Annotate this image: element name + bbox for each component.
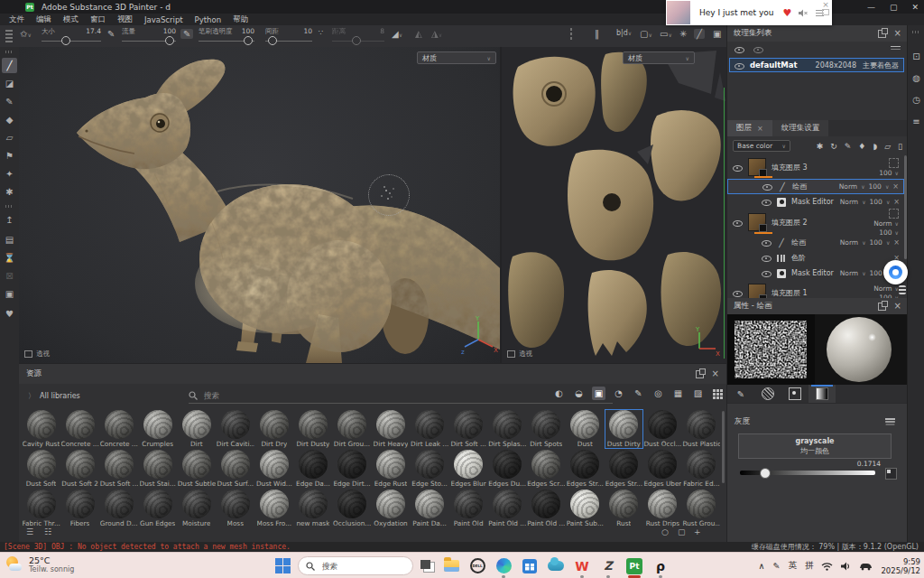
new-page-icon[interactable]: ▢ xyxy=(678,527,686,536)
add-effect-icon[interactable]: ✱ xyxy=(817,142,824,151)
layer-row-fill[interactable]: 填充图层 2 Norm∨ 100∨ xyxy=(727,210,904,235)
export-icon[interactable]: ↥ xyxy=(2,212,17,228)
projection-tool[interactable]: ✎ xyxy=(2,94,17,109)
ime-language[interactable]: 英 xyxy=(788,560,797,572)
smudge-tool[interactable]: ▱ xyxy=(2,130,17,145)
asset-item[interactable]: Edges Blur xyxy=(449,449,488,489)
tab-layers[interactable]: 图层× xyxy=(727,120,772,136)
asset-item[interactable]: Dirt Soft ... xyxy=(449,409,488,449)
shader-settings-icon[interactable]: ◍ xyxy=(910,72,922,84)
asset-item[interactable]: Moss xyxy=(216,489,254,528)
tab-texture-set-settings[interactable]: 纹理集设置 xyxy=(772,120,829,136)
material-mode-dropdown-3d[interactable]: 材质∨ xyxy=(417,51,496,64)
viewport-3d[interactable]: 材质∨ 透视 Y X z xyxy=(19,47,500,363)
refresh-icon[interactable]: ○ xyxy=(661,527,669,536)
brush-size-slider[interactable]: 大小17.4 xyxy=(42,27,101,45)
color-picker-icon[interactable] xyxy=(885,468,897,480)
media-notification[interactable]: Hey I just met you ♥ × xyxy=(666,0,832,25)
pause-engine-icon[interactable]: ‖ xyxy=(595,29,600,39)
taskbar-app-store[interactable] xyxy=(521,555,539,578)
asset-item[interactable]: Edges Du... xyxy=(488,449,527,489)
filter-brushes-icon[interactable]: ✎ xyxy=(632,387,645,400)
visibility-icon[interactable] xyxy=(762,254,772,262)
hidden-icons-chevron[interactable]: ∧ xyxy=(758,561,764,571)
visibility-icon[interactable] xyxy=(733,163,743,172)
layer-row-paint[interactable]: ╱ 绘画 Norm∨ 100∨ × xyxy=(727,235,904,250)
particle-tool[interactable]: ✱ xyxy=(2,184,17,200)
uv-islands[interactable] xyxy=(502,47,726,363)
material-sphere-preview[interactable] xyxy=(827,317,892,382)
layer-row-paint-selected[interactable]: ╱ 绘画 Norm∨ 100∨ × xyxy=(727,179,904,194)
asset-item[interactable]: Dust Soft 2 xyxy=(60,449,99,489)
mask-slot-icon[interactable] xyxy=(889,158,899,168)
taskbar-app-edge[interactable] xyxy=(494,555,513,578)
slider-knob[interactable] xyxy=(760,468,771,479)
minimize-button[interactable]: — xyxy=(867,3,875,12)
shelf-scrollbar[interactable] xyxy=(722,411,725,483)
filter-environments-icon[interactable]: ▨ xyxy=(691,387,705,400)
dinosaur-model[interactable] xyxy=(19,47,500,363)
no-selection-icon[interactable] xyxy=(570,29,572,39)
asset-item[interactable]: Rust Grou... xyxy=(682,489,721,528)
taskbar-app-file-explorer[interactable] xyxy=(442,555,460,578)
menu-item[interactable]: 编辑 xyxy=(36,14,51,25)
add-smart-material-icon[interactable]: ↻ xyxy=(830,142,837,151)
menu-item[interactable]: 模式 xyxy=(63,14,79,25)
asset-item[interactable]: Fibers xyxy=(60,489,99,528)
sort-filter-icon[interactable] xyxy=(891,45,901,53)
close-icon[interactable]: × xyxy=(894,29,901,38)
visibility-icon[interactable] xyxy=(762,269,772,277)
solo-icon[interactable] xyxy=(753,45,763,53)
pen-icon[interactable]: ✎ xyxy=(772,561,780,571)
material-picker-tool[interactable]: ✦ xyxy=(2,166,17,182)
mute-icon[interactable] xyxy=(799,9,808,17)
library-selector[interactable]: 〉All libraries xyxy=(28,391,80,401)
asset-item[interactable]: Dirt Splas... xyxy=(488,409,527,449)
asset-item[interactable]: Dirt xyxy=(177,409,216,449)
pen-pressure-icon[interactable]: ✎ xyxy=(107,29,115,39)
layer-row-mask[interactable]: Mask Editor Norm∨ 100∨ × xyxy=(727,194,904,210)
close-icon[interactable]: × xyxy=(822,1,829,8)
delete-layer-icon[interactable]: ▯ xyxy=(898,142,902,151)
remove-effect-ic[interactable]: × xyxy=(892,182,899,191)
menu-item[interactable]: Python xyxy=(195,15,221,24)
layer-row-fill[interactable]: 填充图层 3 100∨ xyxy=(727,155,904,179)
asset-item[interactable]: Fabric Ed... xyxy=(682,449,721,489)
mask-slot-icon[interactable] xyxy=(889,209,899,219)
layer-thumbnail[interactable] xyxy=(748,213,766,231)
opacity[interactable]: 100 xyxy=(869,182,882,191)
asset-item[interactable]: Dust Soft xyxy=(22,449,60,489)
asset-item[interactable]: Dirt Leak ... xyxy=(411,409,449,449)
bake-textures-icon[interactable]: ▤ xyxy=(2,232,17,247)
asset-item[interactable]: Edge Rust xyxy=(372,449,411,489)
clone-tool[interactable]: ⚑ xyxy=(2,148,17,163)
strip-drag-handle[interactable] xyxy=(912,31,920,33)
bubble-grip[interactable] xyxy=(899,285,906,294)
filter-procedurals-icon[interactable]: ▦ xyxy=(671,387,685,400)
list-view-icon[interactable]: ☰ xyxy=(26,527,33,536)
start-button[interactable] xyxy=(275,558,291,573)
add-smart-mask-icon[interactable]: ◗ xyxy=(873,142,877,151)
asset-item[interactable]: Occlusion... xyxy=(332,489,371,528)
viewport-2d[interactable]: 材质∨ 透视 Y X xyxy=(502,47,726,363)
taskbar-app-rho[interactable]: ρ xyxy=(651,555,670,578)
visibility-icon[interactable] xyxy=(762,182,772,191)
task-view-button[interactable] xyxy=(420,560,435,573)
asset-item[interactable]: Moss Fro... xyxy=(254,489,293,528)
sidebar-drag-handle[interactable] xyxy=(5,51,14,53)
polygon-fill-tool[interactable]: ◆ xyxy=(2,112,17,127)
layer-row-mask[interactable]: Mask Editor Norm∨ 100∨ × xyxy=(727,266,904,281)
taskbar-app-wps[interactable]: W xyxy=(573,555,591,578)
scatter-icon[interactable]: ∵ xyxy=(319,29,323,37)
asset-item[interactable]: Dust Plastic xyxy=(682,409,721,449)
asset-item[interactable]: Edges Str... xyxy=(566,449,605,489)
flow-slider[interactable]: 流量100 xyxy=(122,27,176,45)
asset-item[interactable]: Dust Occl... xyxy=(643,409,682,449)
asset-item[interactable]: Moisture xyxy=(177,489,216,528)
remove-effect-icon[interactable]: × xyxy=(893,198,900,206)
texture-set-row[interactable]: defaultMat 2048x2048 主要着色器 xyxy=(729,58,904,72)
asset-item[interactable]: Dust Dirty xyxy=(605,409,643,449)
add-paint-layer-icon[interactable]: ✎ xyxy=(845,142,852,151)
asset-item[interactable]: Dirt Heavy xyxy=(372,409,411,449)
asset-item[interactable]: Paint Old ... xyxy=(527,489,566,528)
